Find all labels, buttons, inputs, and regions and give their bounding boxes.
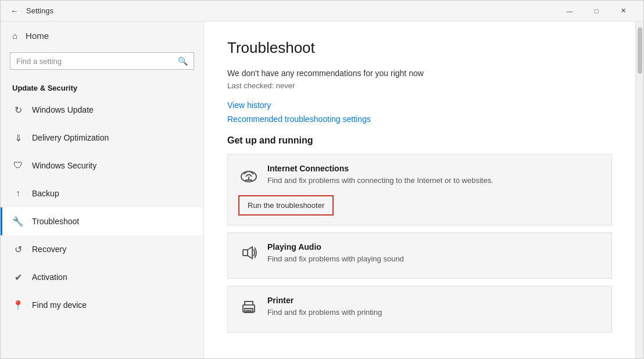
sidebar-item-label: Troubleshoot [32,217,79,226]
main-content: Troubleshoot We don't have any recommend… [204,21,635,358]
sidebar-item-label: Find my device [32,300,87,310]
item-name: Playing Audio [267,242,601,252]
sidebar-item-label: Activation [32,272,67,282]
content-area: ⌂ Home 🔍 Update & Security ↻ Windows Upd… [1,21,643,358]
recovery-icon: ↺ [12,243,24,255]
playing-audio-icon [238,242,259,263]
sidebar-item-recovery[interactable]: ↺ Recovery [1,235,203,263]
sidebar-item-label: Windows Update [32,105,94,114]
item-name: Printer [267,296,601,305]
troubleshoot-item-audio: Playing Audio Find and fix problems with… [227,232,612,279]
sidebar-item-home[interactable]: ⌂ Home [1,21,203,50]
backup-icon: ↑ [12,188,24,199]
recommended-settings-link[interactable]: Recommended troubleshooting settings [227,114,612,124]
scrollbar-thumb[interactable] [638,27,642,74]
troubleshoot-item-printer: Printer Find and fix problems with print… [227,286,612,332]
search-box[interactable]: 🔍 [10,52,194,70]
activation-icon: ✔ [12,271,24,283]
home-icon: ⌂ [12,31,17,41]
recommendation-text: We don't have any recommendations for yo… [227,69,612,78]
item-info: Printer Find and fix problems with print… [267,296,601,318]
back-button[interactable]: ← [8,4,22,18]
sidebar-item-backup[interactable]: ↑ Backup [1,180,203,207]
title-bar: ← Settings — □ ✕ [1,1,643,21]
search-icon: 🔍 [178,56,188,66]
svg-rect-6 [245,301,253,305]
last-checked-text: Last checked: never [227,81,612,90]
scrollbar[interactable] [635,21,643,358]
sidebar-item-find-my-device[interactable]: 📍 Find my device [1,291,203,319]
sidebar-item-windows-security[interactable]: 🛡 Windows Security [1,152,203,180]
svg-rect-3 [243,250,248,256]
view-history-link[interactable]: View history [227,100,612,110]
printer-icon [238,296,259,317]
sidebar-item-label: Backup [32,189,59,198]
sidebar-item-label: Delivery Optimization [32,133,109,142]
home-label: Home [26,31,49,41]
windows-security-icon: 🛡 [12,160,24,171]
item-header: Internet Connections Find and fix proble… [238,164,601,186]
sidebar-item-label: Recovery [32,245,66,254]
svg-marker-4 [248,247,252,259]
troubleshoot-icon: 🔧 [12,216,24,227]
settings-window: ← Settings — □ ✕ ⌂ Home 🔍 Update & Secur… [0,0,644,359]
page-title: Troubleshoot [227,39,612,57]
delivery-optimization-icon: ⇓ [12,132,24,143]
troubleshoot-item-internet: Internet Connections Find and fix proble… [227,154,612,225]
sidebar-item-windows-update[interactable]: ↻ Windows Update [1,96,203,124]
section-header: Get up and running [227,135,612,146]
item-info: Playing Audio Find and fix problems with… [267,242,601,264]
run-troubleshooter-button-internet[interactable]: Run the troubleshooter [238,195,334,216]
sidebar-item-label: Windows Security [32,161,96,170]
search-input[interactable] [16,57,173,66]
sidebar-item-troubleshoot[interactable]: 🔧 Troubleshoot [1,207,203,235]
sidebar: ⌂ Home 🔍 Update & Security ↻ Windows Upd… [1,21,204,358]
item-info: Internet Connections Find and fix proble… [267,164,601,186]
sidebar-section-title: Update & Security [1,79,203,96]
item-header: Printer Find and fix problems with print… [238,296,601,318]
maximize-button[interactable]: □ [583,1,610,21]
window-controls: — □ ✕ [556,1,636,21]
sidebar-item-delivery-optimization[interactable]: ⇓ Delivery Optimization [1,124,203,152]
sidebar-item-activation[interactable]: ✔ Activation [1,263,203,291]
item-desc: Find and fix problems with printing [267,307,601,318]
minimize-button[interactable]: — [556,1,583,21]
close-button[interactable]: ✕ [610,1,636,21]
windows-update-icon: ↻ [12,104,24,116]
internet-connections-icon [238,164,259,185]
item-desc: Find and fix problems with connecting to… [267,175,601,186]
window-title: Settings [26,6,556,15]
item-header: Playing Audio Find and fix problems with… [238,242,601,264]
find-my-device-icon: 📍 [12,299,24,311]
item-desc: Find and fix problems with playing sound [267,254,601,264]
item-name: Internet Connections [267,164,601,173]
